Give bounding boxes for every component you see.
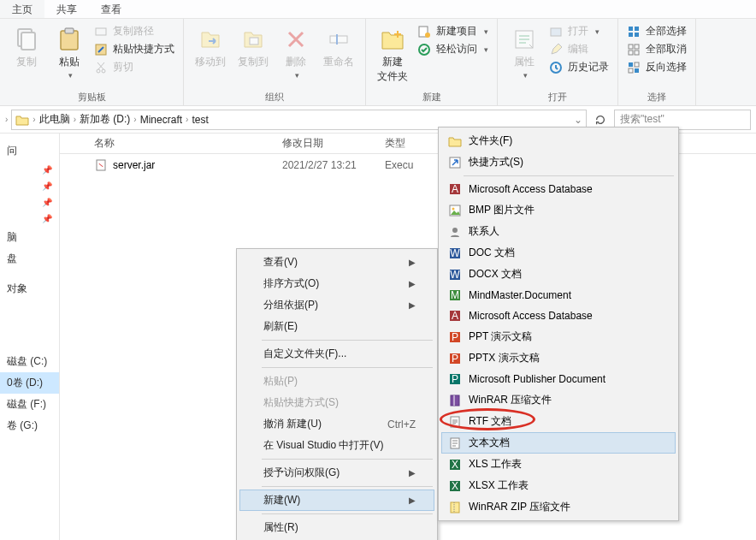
svg-text:A: A bbox=[452, 310, 458, 322]
select-none-button[interactable]: 全部取消 bbox=[627, 42, 687, 56]
edit-button[interactable]: 编辑 bbox=[549, 42, 609, 56]
crumb-minecraft[interactable]: Minecraft bbox=[140, 114, 182, 126]
properties-button[interactable]: 属性▾ bbox=[503, 22, 546, 80]
shortcut-icon bbox=[94, 43, 108, 56]
nav-drive-f[interactable]: 磁盘 (F:) bbox=[0, 394, 59, 415]
new-docx[interactable]: WDOCX 文档 bbox=[441, 264, 676, 285]
svg-text:P: P bbox=[452, 373, 458, 385]
new-ppt[interactable]: PPPT 演示文稿 bbox=[441, 326, 676, 347]
tab-view[interactable]: 查看 bbox=[89, 0, 133, 18]
ctx-customize[interactable]: 自定义文件夹(F)... bbox=[239, 343, 434, 365]
crumb-drive[interactable]: 新加卷 (D:) bbox=[80, 112, 130, 127]
nav-item[interactable]: 📌 bbox=[0, 178, 59, 194]
history-button[interactable]: 历史记录 bbox=[549, 60, 609, 74]
new-txt[interactable]: 文本文档 bbox=[441, 432, 676, 454]
new-contact[interactable]: 联系人 bbox=[441, 221, 676, 242]
open-button[interactable]: 打开▾ bbox=[549, 24, 609, 39]
copy-to-button[interactable]: 复制到 bbox=[232, 22, 275, 69]
nav-drive-c[interactable]: 磁盘 (C:) bbox=[0, 351, 59, 372]
ctx-group[interactable]: 分组依据(P)▶ bbox=[239, 294, 434, 316]
col-date[interactable]: 修改日期 bbox=[282, 136, 385, 151]
new-xlsx[interactable]: XXLSX 工作表 bbox=[441, 475, 676, 496]
tab-share[interactable]: 共享 bbox=[44, 0, 89, 18]
xls-icon: X bbox=[448, 458, 462, 472]
paste-shortcut-button[interactable]: 粘贴快捷方式 bbox=[94, 42, 174, 56]
nav-item[interactable]: 📌 bbox=[0, 162, 59, 178]
ctx-properties[interactable]: 属性(R) bbox=[239, 517, 434, 538]
new-rar[interactable]: WinRAR 压缩文件 bbox=[441, 389, 676, 411]
chevron-right-icon: ▶ bbox=[409, 279, 416, 288]
svg-point-7 bbox=[102, 69, 105, 73]
move-to-button[interactable]: 移动到 bbox=[189, 22, 232, 69]
new-access[interactable]: AMicrosoft Access Database bbox=[441, 306, 676, 326]
submenu-label: RTF 文档 bbox=[469, 414, 511, 429]
ctx-undo-new[interactable]: 撤消 新建(U)Ctrl+Z bbox=[239, 413, 434, 435]
rename-button[interactable]: 重命名 bbox=[317, 22, 360, 69]
new-folder-button[interactable]: 新建 文件夹 bbox=[371, 22, 414, 84]
xlsx-icon: X bbox=[448, 479, 462, 493]
cut-button[interactable]: 剪切 bbox=[94, 60, 174, 74]
chevron-right-icon[interactable]: › bbox=[5, 115, 8, 124]
new-shortcut[interactable]: 快捷方式(S) bbox=[441, 151, 676, 173]
doc-icon: W bbox=[448, 246, 462, 260]
submenu-label: BMP 图片文件 bbox=[469, 203, 535, 217]
delete-button[interactable]: 删除▾ bbox=[275, 22, 317, 80]
chevron-down-icon: ▾ bbox=[523, 71, 528, 80]
nav-item[interactable]: 📌 bbox=[0, 211, 59, 227]
chevron-right-icon: ▶ bbox=[409, 300, 416, 310]
new-xls[interactable]: XXLS 工作表 bbox=[441, 454, 676, 475]
ctx-refresh[interactable]: 刷新(E) bbox=[239, 316, 434, 337]
new-folder[interactable]: 文件夹(F) bbox=[441, 130, 676, 151]
nav-this-pc[interactable]: 脑 bbox=[0, 227, 59, 248]
new-mind[interactable]: MMindMaster.Document bbox=[441, 285, 676, 306]
nav-network[interactable]: 盘 bbox=[0, 248, 59, 270]
ctx-sort[interactable]: 排序方式(O)▶ bbox=[239, 273, 434, 294]
col-name[interactable]: 名称 bbox=[60, 136, 282, 151]
nav-3d-objects[interactable]: 对象 bbox=[0, 278, 59, 300]
shortcut-icon bbox=[448, 156, 462, 169]
ribbon-group-new: 新建 文件夹 新建项目▾ 轻松访问▾ 新建 bbox=[366, 19, 498, 105]
new-bmp[interactable]: BMP 图片文件 bbox=[441, 199, 676, 221]
new-rtf[interactable]: RTF 文档 bbox=[441, 411, 676, 432]
crumb-test[interactable]: test bbox=[192, 114, 208, 126]
nav-quick-access[interactable]: 问 bbox=[0, 140, 59, 162]
svg-point-33 bbox=[452, 207, 455, 210]
pptx-icon: P bbox=[448, 352, 462, 365]
select-all-button[interactable]: 全部选择 bbox=[627, 24, 687, 39]
tab-home[interactable]: 主页 bbox=[0, 0, 44, 18]
separator bbox=[262, 459, 433, 460]
paste-button[interactable]: 粘贴 ▾ bbox=[48, 22, 91, 80]
path-icon bbox=[94, 25, 108, 39]
new-doc[interactable]: WDOC 文档 bbox=[441, 242, 676, 264]
new-access[interactable]: AMicrosoft Access Database bbox=[441, 179, 676, 199]
new-zip[interactable]: WinRAR ZIP 压缩文件 bbox=[441, 496, 676, 518]
ctx-new[interactable]: 新建(W)▶ bbox=[239, 490, 434, 511]
chevron-down-icon: ▾ bbox=[295, 71, 299, 80]
edit-icon bbox=[549, 43, 563, 56]
mind-icon: M bbox=[448, 288, 462, 302]
svg-rect-21 bbox=[635, 45, 639, 49]
invert-selection-button[interactable]: 反向选择 bbox=[627, 60, 687, 74]
ctx-view[interactable]: 查看(V)▶ bbox=[239, 252, 434, 273]
nav-drive-g[interactable]: 卷 (G:) bbox=[0, 415, 59, 436]
ctx-grant-access[interactable]: 授予访问权限(G)▶ bbox=[239, 462, 434, 484]
easy-access-button[interactable]: 轻松访问▾ bbox=[417, 42, 488, 56]
new-pub[interactable]: PMicrosoft Publisher Document bbox=[441, 369, 676, 389]
contact-icon bbox=[448, 225, 462, 239]
move-icon bbox=[197, 26, 224, 53]
nav-drive-d[interactable]: 0卷 (D:) bbox=[0, 372, 59, 394]
new-pptx[interactable]: PPPTX 演示文稿 bbox=[441, 347, 676, 369]
chevron-down-icon: ▾ bbox=[595, 27, 599, 36]
nav-item[interactable]: 📌 bbox=[0, 194, 59, 211]
new-item-button[interactable]: 新建项目▾ bbox=[417, 24, 488, 39]
svg-point-6 bbox=[97, 69, 100, 73]
file-name: server.jar bbox=[113, 159, 155, 171]
svg-rect-17 bbox=[635, 27, 639, 31]
copy-button[interactable]: 复制 bbox=[5, 22, 48, 69]
group-label: 打开 bbox=[503, 89, 612, 104]
dropdown-icon[interactable]: ⌄ bbox=[574, 114, 582, 126]
crumb-this-pc[interactable]: 此电脑 bbox=[39, 112, 70, 127]
ctx-open-vs[interactable]: 在 Visual Studio 中打开(V) bbox=[239, 435, 434, 456]
copy-path-button[interactable]: 复制路径 bbox=[94, 24, 174, 39]
submenu-label: MindMaster.Document bbox=[469, 289, 571, 301]
